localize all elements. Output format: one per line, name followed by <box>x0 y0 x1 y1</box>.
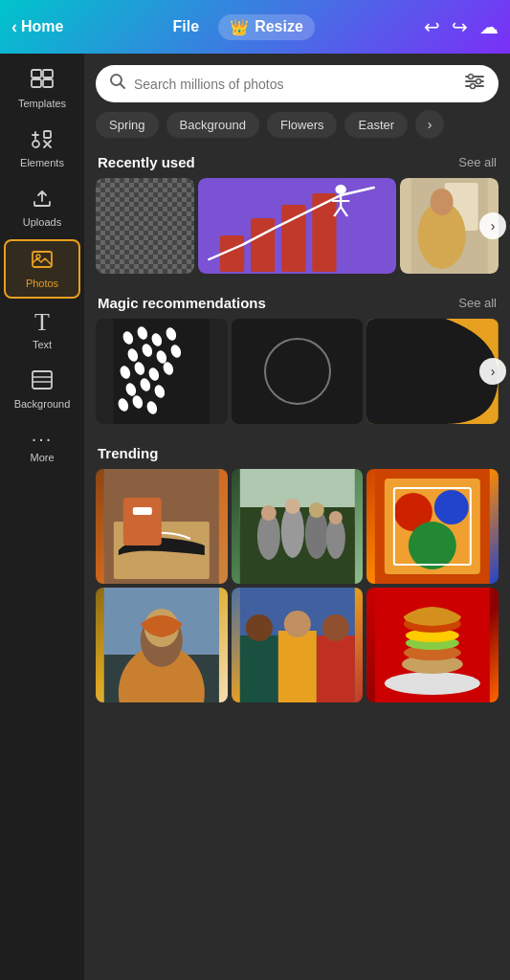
svg-point-65 <box>308 502 323 518</box>
svg-point-16 <box>469 75 474 79</box>
svg-point-23 <box>336 185 346 194</box>
trending-thumb-group-colorful[interactable] <box>232 588 364 702</box>
svg-rect-55 <box>133 507 152 515</box>
search-bar <box>96 65 499 102</box>
svg-rect-22 <box>313 193 337 272</box>
svg-point-64 <box>284 499 299 514</box>
svg-point-70 <box>434 490 469 524</box>
tag-spring[interactable]: Spring <box>96 112 159 138</box>
svg-rect-54 <box>123 498 162 546</box>
main-layout: Templates Elements Uploads <box>0 54 510 980</box>
background-label: Background <box>14 398 71 410</box>
resize-button[interactable]: 👑 Resize <box>218 14 315 40</box>
text-label: Text <box>33 339 52 350</box>
filter-icon[interactable] <box>464 73 485 95</box>
recently-used-header: Recently used See all <box>84 148 510 178</box>
sidebar-item-more[interactable]: ··· More <box>4 421 80 471</box>
svg-rect-0 <box>32 70 41 78</box>
circle-outline-shape <box>264 338 331 405</box>
bottom-spacer <box>84 702 510 722</box>
top-bar-center: File 👑 Resize <box>78 14 409 40</box>
uploads-icon <box>31 188 54 212</box>
tag-background[interactable]: Background <box>166 112 259 138</box>
svg-point-83 <box>245 614 272 641</box>
sidebar: Templates Elements Uploads <box>0 54 84 980</box>
svg-rect-2 <box>32 79 41 87</box>
svg-rect-82 <box>316 635 354 702</box>
top-bar: ‹ Home File 👑 Resize ↩ ↪ ☁ <box>0 0 510 54</box>
elements-icon <box>31 128 54 153</box>
templates-icon <box>31 69 54 94</box>
svg-line-12 <box>121 84 125 89</box>
magic-nav-right[interactable]: › <box>479 358 506 385</box>
top-bar-actions: ↩ ↪ ☁ <box>424 15 499 38</box>
svg-rect-3 <box>43 79 53 87</box>
svg-point-66 <box>328 511 342 524</box>
uploads-label: Uploads <box>23 216 61 228</box>
more-icon: ··· <box>32 429 54 448</box>
more-label: More <box>30 452 54 463</box>
elements-label: Elements <box>20 157 64 168</box>
undo-button[interactable]: ↩ <box>424 15 440 38</box>
home-label: Home <box>21 18 63 35</box>
photos-icon <box>31 249 54 274</box>
trending-grid <box>84 469 510 702</box>
sidebar-item-background[interactable]: Background <box>4 362 80 417</box>
resize-label: Resize <box>255 18 303 35</box>
sidebar-item-elements[interactable]: Elements <box>4 121 80 176</box>
svg-point-85 <box>322 614 348 641</box>
sidebar-item-text[interactable]: T Text <box>4 302 80 358</box>
svg-point-17 <box>477 79 481 84</box>
search-icon <box>109 73 126 95</box>
trending-header: Trending <box>84 439 510 469</box>
recently-used-thumb-gray[interactable] <box>96 178 194 274</box>
svg-rect-20 <box>251 218 275 272</box>
svg-line-27 <box>341 207 347 216</box>
text-icon: T <box>34 310 50 335</box>
magic-recs-header: Magic recommendations See all <box>84 289 510 319</box>
trending-thumb-woman-scarf[interactable] <box>96 588 228 702</box>
content-panel: Spring Background Flowers Easter › Recen… <box>84 54 510 980</box>
trending-thumb-group-nature[interactable] <box>232 469 364 584</box>
tag-row: Spring Background Flowers Easter › <box>84 110 510 148</box>
sidebar-item-photos[interactable]: Photos <box>4 239 80 299</box>
back-chevron-icon: ‹ <box>11 17 17 37</box>
magic-grid: › <box>84 319 510 424</box>
svg-rect-81 <box>277 631 316 702</box>
svg-rect-4 <box>44 131 51 138</box>
recently-used-title: Recently used <box>98 154 195 170</box>
sidebar-item-uploads[interactable]: Uploads <box>4 180 80 235</box>
sidebar-item-templates[interactable]: Templates <box>4 61 80 117</box>
svg-point-31 <box>430 189 453 215</box>
magic-recs-see-all[interactable]: See all <box>458 296 497 310</box>
svg-point-87 <box>385 672 480 695</box>
trending-thumb-colorful-art[interactable] <box>366 469 499 584</box>
trending-thumb-burger[interactable] <box>366 588 499 702</box>
svg-point-5 <box>33 141 39 147</box>
recently-used-thumb-purple[interactable] <box>198 178 396 274</box>
magic-thumb-circle[interactable] <box>232 319 364 424</box>
back-home[interactable]: ‹ Home <box>11 17 63 37</box>
templates-label: Templates <box>18 98 66 109</box>
recently-used-grid: › <box>84 178 510 274</box>
file-button[interactable]: File <box>173 18 200 35</box>
tag-more-button[interactable]: › <box>415 110 444 139</box>
svg-point-63 <box>260 505 276 521</box>
photos-label: Photos <box>26 278 58 289</box>
search-input[interactable] <box>134 77 456 92</box>
tag-easter[interactable]: Easter <box>344 112 408 138</box>
tag-flowers[interactable]: Flowers <box>267 112 338 138</box>
trending-thumb-sneakers[interactable] <box>96 469 228 584</box>
redo-button[interactable]: ↪ <box>452 15 468 38</box>
crown-icon: 👑 <box>230 18 249 36</box>
magic-thumb-dots[interactable] <box>96 319 228 424</box>
svg-rect-8 <box>33 371 52 389</box>
svg-point-18 <box>471 84 476 89</box>
trending-title: Trending <box>98 445 158 461</box>
recently-used-see-all[interactable]: See all <box>458 155 497 169</box>
svg-rect-80 <box>239 635 277 702</box>
svg-point-84 <box>283 611 310 637</box>
recently-used-nav-right[interactable]: › <box>479 212 506 239</box>
magic-recs-title: Magic recommendations <box>98 295 266 311</box>
cloud-button[interactable]: ☁ <box>479 15 499 38</box>
